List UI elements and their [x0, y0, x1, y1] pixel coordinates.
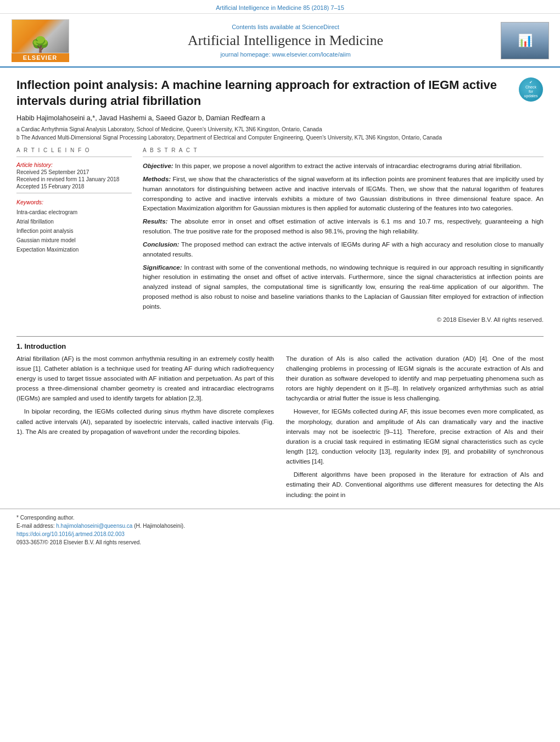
- conclusion-label: Conclusion:: [143, 241, 179, 248]
- page: Artificial Intelligence in Medicine 85 (…: [0, 0, 560, 742]
- homepage-url[interactable]: www.elsevier.com/locate/aiim: [272, 51, 351, 58]
- article-info-header: A R T I C L E I N F O: [16, 147, 132, 153]
- intro-p5: Different algorithms have been proposed …: [286, 470, 544, 499]
- intro-col-right: The duration of AIs is also called the a…: [286, 354, 544, 503]
- issn-line: 0933-3657/© 2018 Elsevier B.V. All right…: [16, 538, 544, 546]
- abstract-conclusion: Conclusion: The proposed method can extr…: [143, 240, 544, 260]
- top-bar: Artificial Intelligence in Medicine 85 (…: [0, 0, 560, 14]
- abstract-objective: Objective: In this paper, we propose a n…: [143, 161, 544, 171]
- keywords-section: Keywords: Intra-cardiac electrogram Atri…: [16, 199, 132, 254]
- footnote-corresponding: * Corresponding author.: [16, 514, 544, 522]
- email-label: E-mail address:: [16, 523, 54, 529]
- introduction-section: 1. Introduction Atrial fibrillation (AF)…: [0, 342, 560, 503]
- email-name: (H. Hajimolahoseini).: [134, 523, 185, 529]
- results-label: Results:: [143, 218, 167, 225]
- journal-header: 🌳 ELSEVIER Contents lists available at S…: [0, 14, 560, 68]
- intro-p2: In bipolar recording, the IEGMs collecte…: [16, 406, 274, 436]
- keyword-5: Expectation Maximization: [16, 245, 132, 254]
- intro-two-col: Atrial fibrillation (AF) is the most com…: [16, 354, 544, 503]
- title-section: Inflection point analysis: A machine lea…: [16, 77, 544, 142]
- homepage-line: journal homepage: www.elsevier.com/locat…: [76, 51, 495, 58]
- keyword-3: Inflection point analysis: [16, 226, 132, 236]
- homepage-label: journal homepage:: [220, 51, 270, 58]
- conclusion-text: The proposed method can extract the acti…: [143, 241, 544, 258]
- affiliations: a Cardiac Arrhythmia Signal Analysis Lab…: [16, 125, 511, 142]
- authors-text: Habib Hajimolahoseini a,*, Javad Hashemi…: [16, 114, 265, 122]
- abstract-results: Results: The absolute error in onset and…: [143, 217, 544, 237]
- main-section-divider: [16, 336, 544, 337]
- contents-text: Contents lists available at: [232, 24, 300, 30]
- article-history: Article history: Received 25 September 2…: [16, 161, 132, 189]
- results-text: The absolute error in onset and offset e…: [143, 218, 544, 235]
- article-body: Inflection point analysis: A machine lea…: [0, 68, 560, 328]
- title-main: Inflection point analysis: A machine lea…: [16, 77, 511, 142]
- intro-p3: The duration of AIs is also called the a…: [286, 354, 544, 404]
- affiliation-b: b The Advanced Multi-Dimensional Signal …: [16, 133, 511, 142]
- intro-col-left: Atrial fibrillation (AF) is the most com…: [16, 354, 274, 503]
- abstract-column: A B S T R A C T Objective: In this paper…: [143, 147, 544, 322]
- journal-header-center: Contents lists available at ScienceDirec…: [76, 24, 495, 58]
- intro-p4: However, for IEGMs collected during AF, …: [286, 406, 544, 466]
- methods-text: First, we show that the characteristics …: [143, 176, 544, 211]
- accepted-date: Accepted 15 February 2018: [16, 183, 132, 189]
- affiliation-a: a Cardiac Arrhythmia Signal Analysis Lab…: [16, 125, 511, 133]
- header-right-image: 📊: [501, 22, 550, 59]
- abstract-copyright: © 2018 Elsevier B.V. All rights reserved…: [143, 316, 544, 323]
- significance-label: Significance:: [143, 264, 182, 271]
- journal-title: Artificial Intelligence in Medicine: [76, 32, 495, 49]
- contents-available-line: Contents lists available at ScienceDirec…: [76, 24, 495, 30]
- methods-label: Methods:: [143, 176, 171, 182]
- divider-2: [16, 193, 132, 193]
- abstract-text: Objective: In this paper, we propose a n…: [143, 161, 544, 311]
- logo-image: 🌳: [12, 19, 69, 53]
- check-circle-icon: ✔Checkforupdates: [519, 77, 543, 102]
- section-1-title: 1. Introduction: [16, 342, 544, 350]
- check-label: ✔Checkforupdates: [522, 78, 540, 101]
- intro-p1: Atrial fibrillation (AF) is the most com…: [16, 354, 274, 404]
- received-date: Received 25 September 2017: [16, 169, 132, 175]
- journal-reference: Artificial Intelligence in Medicine 85 (…: [216, 4, 344, 11]
- journal-cover-image: 📊: [501, 22, 549, 59]
- keyword-4: Gaussian mixture model: [16, 236, 132, 245]
- divider: [16, 157, 132, 157]
- objective-text: In this paper, we propose a novel algori…: [175, 163, 522, 169]
- objective-label: Objective:: [143, 163, 173, 169]
- history-label: Article history:: [16, 161, 132, 168]
- significance-text: In contrast with some of the conventiona…: [143, 264, 544, 310]
- email-link[interactable]: h.hajimolahoseini@queensu.ca: [56, 523, 132, 529]
- doi-line[interactable]: https://doi.org/10.1016/j.artmed.2018.02…: [16, 530, 544, 538]
- abstract-significance: Significance: In contrast with some of t…: [143, 263, 544, 312]
- sciencedirect-link[interactable]: ScienceDirect: [302, 24, 339, 30]
- received-revised-date: Received in revised form 11 January 2018: [16, 176, 132, 182]
- keyword-1: Intra-cardiac electrogram: [16, 208, 132, 217]
- abstract-header: A B S T R A C T: [143, 147, 544, 153]
- abstract-divider: [143, 157, 544, 157]
- elsevier-logo: 🌳 ELSEVIER: [10, 19, 70, 62]
- elsevier-label: ELSEVIER: [12, 53, 69, 62]
- footnotes: * Corresponding author. E-mail address: …: [0, 509, 560, 549]
- authors: Habib Hajimolahoseini a,*, Javad Hashemi…: [16, 114, 511, 122]
- footnote-email: E-mail address: h.hajimolahoseini@queens…: [16, 522, 544, 530]
- tree-icon: 🌳: [31, 37, 50, 53]
- keyword-2: Atrial fibrillation: [16, 217, 132, 226]
- check-for-updates-badge: ✔Checkforupdates: [518, 77, 544, 102]
- keywords-label: Keywords:: [16, 199, 132, 205]
- doi-link[interactable]: https://doi.org/10.1016/j.artmed.2018.02…: [16, 531, 125, 537]
- abstract-methods: Methods: First, we show that the charact…: [143, 175, 544, 214]
- article-info-column: A R T I C L E I N F O Article history: R…: [16, 147, 132, 322]
- article-info-abstract: A R T I C L E I N F O Article history: R…: [16, 147, 544, 322]
- article-title: Inflection point analysis: A machine lea…: [16, 77, 511, 109]
